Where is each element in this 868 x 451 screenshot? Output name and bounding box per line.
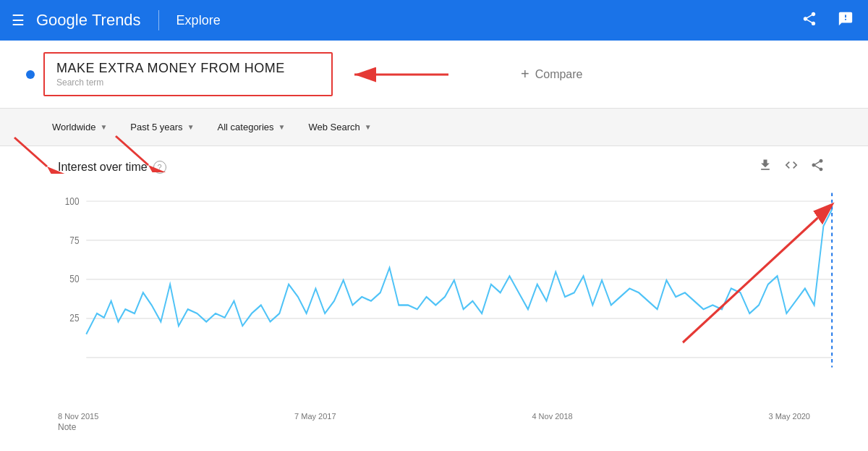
- search-type-label: Web Search: [308, 122, 359, 132]
- search-arrow-annotation: [340, 60, 456, 89]
- location-filter[interactable]: Worldwide ▼: [43, 117, 116, 137]
- x-label-3: 4 Nov 2018: [532, 412, 572, 421]
- help-icon[interactable]: ?: [153, 161, 166, 174]
- svg-text:100: 100: [65, 195, 80, 207]
- search-term-box[interactable]: MAKE EXTRA MONEY FROM HOME Search term: [43, 52, 333, 96]
- chart-title-area: Interest over time ?: [58, 161, 166, 174]
- svg-text:25: 25: [69, 313, 79, 324]
- share-button[interactable]: [799, 8, 820, 33]
- compare-button[interactable]: + Compare: [521, 66, 583, 83]
- filters-area: Worldwide ▼ Past 5 years ▼ All categorie…: [0, 109, 868, 146]
- search-area: MAKE EXTRA MONEY FROM HOME Search term +…: [0, 41, 868, 109]
- category-label: All categories: [218, 122, 274, 132]
- svg-line-17: [683, 218, 818, 342]
- search-dot: [26, 70, 35, 79]
- x-label-4: 3 May 2020: [769, 412, 810, 421]
- compare-label: Compare: [535, 68, 583, 81]
- chart-note: Note: [14, 422, 854, 432]
- svg-text:50: 50: [69, 274, 79, 285]
- search-term-text: MAKE EXTRA MONEY FROM HOME: [56, 61, 320, 76]
- menu-icon[interactable]: ☰: [12, 12, 25, 29]
- logo-google: Google: [36, 11, 88, 30]
- share-chart-button[interactable]: [810, 158, 825, 176]
- download-button[interactable]: [758, 158, 773, 176]
- location-dropdown-icon: ▼: [100, 123, 107, 131]
- header-icons: [799, 8, 856, 33]
- svg-text:75: 75: [69, 235, 79, 246]
- header-divider: [158, 10, 159, 30]
- x-label-2: 7 May 2017: [294, 412, 336, 421]
- category-dropdown-icon: ▼: [278, 123, 286, 131]
- feedback-button[interactable]: [835, 8, 856, 33]
- time-range-filter[interactable]: Past 5 years ▼: [122, 117, 203, 137]
- time-range-label: Past 5 years: [130, 122, 182, 132]
- app-logo: Google Trends: [36, 11, 141, 30]
- app-header: ☰ Google Trends Explore: [0, 0, 868, 41]
- search-term-label: Search term: [56, 77, 320, 88]
- trend-chart: 100 75 50 25: [58, 185, 839, 409]
- x-label-1: 8 Nov 2015: [58, 412, 98, 421]
- embed-button[interactable]: [784, 158, 799, 176]
- time-dropdown-icon: ▼: [187, 123, 195, 131]
- location-label: Worldwide: [52, 122, 95, 132]
- logo-trends: Trends: [92, 11, 141, 30]
- chart-header: Interest over time ?: [14, 158, 854, 176]
- search-type-dropdown-icon: ▼: [365, 123, 372, 131]
- chart-container: Interest over time ?: [0, 146, 868, 432]
- compare-plus-icon: +: [521, 66, 529, 83]
- chart-actions: [758, 158, 825, 176]
- category-filter[interactable]: All categories ▼: [209, 117, 294, 137]
- x-axis-labels: 8 Nov 2015 7 May 2017 4 Nov 2018 3 May 2…: [14, 409, 854, 421]
- chart-wrapper: 100 75 50 25: [14, 185, 854, 409]
- search-type-filter[interactable]: Web Search ▼: [299, 117, 380, 137]
- explore-label: Explore: [176, 13, 221, 28]
- chart-title-text: Interest over time: [58, 161, 148, 174]
